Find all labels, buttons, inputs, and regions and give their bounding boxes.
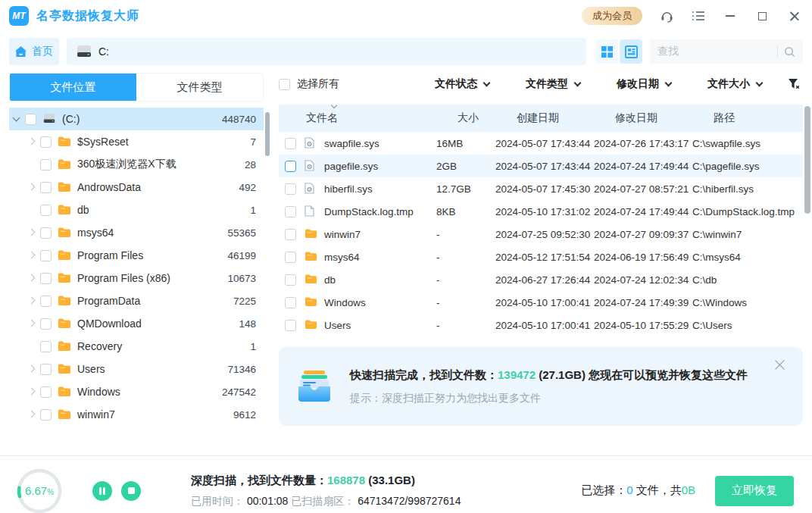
become-member-button[interactable]: 成为会员 [582,7,642,25]
tree-node-label: msys64 [77,227,221,239]
table-row[interactable]: swapfile.sys 16MB 2024-05-07 17:43:44 20… [279,132,803,155]
row-checkbox[interactable] [285,183,296,195]
tree-node[interactable]: (C:) 448740 [9,108,264,130]
expander-chevron-icon[interactable] [28,365,36,373]
file-table: 文件名 大小 创建日期 修改日期 路径 [279,105,803,336]
banner-close-icon[interactable] [774,359,785,370]
table-row[interactable]: msys64 - 2024-05-12 17:51:54 2024-06-19 … [279,246,803,268]
tree-checkbox[interactable] [40,386,52,398]
tree-checkbox[interactable] [40,182,52,193]
home-button[interactable]: 首页 [9,38,59,65]
tree-node[interactable]: Program Files 46199 [9,244,264,267]
tree-checkbox[interactable] [40,318,52,330]
row-checkbox[interactable] [285,161,296,172]
column-header-name[interactable]: 文件名 [306,111,458,125]
close-button[interactable] [786,8,801,23]
filter-reset-icon[interactable] [788,78,800,90]
expander-chevron-icon[interactable] [28,274,36,282]
row-checkbox[interactable] [285,274,296,286]
filter-dropdown[interactable]: 文件状态 [435,77,489,91]
sidebar-tab[interactable]: 文件位置 [10,74,136,101]
file-name: hiberfil.sys [324,183,436,195]
file-path: C:\swapfile.sys [692,138,803,149]
row-checkbox[interactable] [285,138,296,149]
expander-chevron-icon[interactable] [28,229,36,236]
customer-service-icon[interactable] [659,8,674,23]
filter-dropdown[interactable]: 修改日期 [617,77,671,91]
expander-chevron-icon[interactable] [28,388,36,396]
file-path: C:\hiberfil.sys [692,183,803,195]
expander-chevron-icon[interactable] [28,320,36,327]
file-modified-date: 2024-07-24 17:49:44 [594,161,692,172]
scan-result-tray-icon [295,368,333,405]
column-header-modified[interactable]: 修改日期 [615,111,714,125]
table-row[interactable]: DumpStack.log.tmp 8KB 2024-05-10 17:31:0… [279,200,803,223]
node-type-icon [58,295,71,307]
tree-node[interactable]: Recovery 1 [9,335,264,358]
node-type-icon [58,158,71,170]
tree-node[interactable]: msys64 55365 [9,221,264,244]
expander-chevron-icon[interactable] [28,411,36,418]
tree-checkbox[interactable] [40,409,52,421]
stop-scan-button[interactable] [121,481,141,501]
select-all-checkbox[interactable] [279,79,290,90]
row-checkbox[interactable] [285,229,296,240]
tree-node[interactable]: winwin7 9612 [9,403,264,426]
tree-checkbox[interactable] [40,136,52,148]
expander-chevron-icon[interactable] [28,138,36,145]
tree-node-count: 7225 [233,296,256,307]
tree-checkbox[interactable] [40,227,52,239]
expander-chevron-icon[interactable] [28,297,36,305]
file-type-icon [304,160,318,172]
search-icon[interactable] [784,46,795,58]
list-view-button[interactable] [620,39,642,64]
minimize-button[interactable] [723,8,738,23]
table-row[interactable]: hiberfil.sys 12.7GB 2024-05-07 17:45:30 … [279,177,803,200]
column-header-size[interactable]: 大小 [458,111,517,125]
column-header-path[interactable]: 路径 [714,111,803,125]
row-checkbox[interactable] [285,297,296,308]
tree-checkbox[interactable] [40,296,52,307]
table-row[interactable]: Windows - 2024-05-10 17:00:41 2024-07-24… [279,291,803,314]
drive-selector[interactable]: C: [67,38,586,65]
maximize-button[interactable] [754,8,770,23]
tree-checkbox[interactable] [40,159,52,170]
tree-node[interactable]: Program Files (x86) 10673 [9,267,264,289]
pause-scan-button[interactable] [92,481,112,501]
search-input[interactable]: 查找 [650,39,803,64]
sidebar-tab[interactable]: 文件类型 [136,74,263,101]
row-checkbox[interactable] [285,252,296,263]
table-row[interactable]: Users - 2024-05-10 17:00:41 2024-05-10 1… [279,314,803,336]
column-header-created[interactable]: 创建日期 [517,111,615,125]
tree-node[interactable]: db 1 [9,199,264,221]
table-row[interactable]: db - 2024-06-27 17:26:44 2024-07-24 12:0… [279,268,803,291]
tree-checkbox[interactable] [40,273,52,284]
table-row[interactable]: winwin7 - 2024-07-25 09:52:30 2024-07-27… [279,223,803,246]
tree-node[interactable]: 360极速浏览器X下载 28 [9,153,264,176]
filter-dropdown[interactable]: 文件大小 [707,77,762,91]
table-row[interactable]: pagefile.sys 2GB 2024-05-07 17:43:44 202… [279,155,803,177]
expander-chevron-icon[interactable] [28,252,36,259]
row-checkbox[interactable] [285,206,296,217]
table-scrollbar[interactable] [804,106,810,214]
filter-dropdown[interactable]: 文件类型 [526,77,580,91]
tree-node[interactable]: Windows 247542 [9,380,264,403]
tree-checkbox[interactable] [40,341,52,352]
scanned-sectors: 64713472/998727614 [358,495,461,507]
tree-node[interactable]: AndrowsData 492 [9,176,264,199]
tree-checkbox[interactable] [25,114,36,125]
expander-chevron-icon[interactable] [28,183,36,191]
grid-view-button[interactable] [595,39,618,64]
tree-node[interactable]: ProgramData 7225 [9,289,264,312]
tree-node[interactable]: QMDownload 148 [9,312,264,335]
sidebar-scrollbar[interactable] [265,112,270,156]
row-checkbox[interactable] [285,320,296,331]
tree-node[interactable]: $SysReset 7 [9,130,264,153]
tree-checkbox[interactable] [40,250,52,261]
tree-node[interactable]: Users 71346 [9,358,264,380]
expander-chevron-icon[interactable] [13,114,20,122]
tree-checkbox[interactable] [40,205,52,216]
tree-checkbox[interactable] [40,364,52,375]
recover-now-button[interactable]: 立即恢复 [715,476,794,506]
task-list-icon[interactable] [691,8,706,23]
